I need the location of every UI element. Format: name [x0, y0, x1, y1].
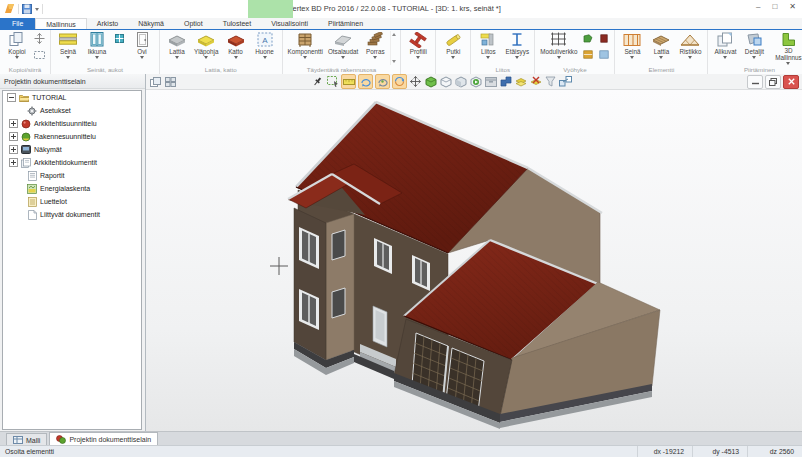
tab-file[interactable]: File [0, 18, 35, 29]
mdi-minimize-button[interactable] [747, 75, 763, 89]
layers-icon[interactable] [514, 75, 527, 88]
seina-button[interactable]: Seinä [54, 31, 82, 59]
moduliverkko-button[interactable]: Moduliverkko [538, 31, 579, 59]
mdi-restore-button[interactable] [765, 75, 781, 89]
tree-item-raportit[interactable]: Raportit [3, 169, 141, 182]
app-window: { "window": { "title": "Vertex BD Pro 20… [0, 0, 802, 457]
tab-tulosteet[interactable]: Tulosteet [213, 18, 262, 29]
rotate-free-icon[interactable] [392, 74, 407, 89]
rotate-y-icon[interactable] [375, 74, 390, 89]
ribbon-group-elementti: Seinä Lattia Ristikko Elementti [615, 30, 708, 75]
tree-item-luettelot[interactable]: Luettelot [3, 195, 141, 208]
tree-item-arkkitehtidokumentit[interactable]: Arkkitehtidokumentit [3, 156, 141, 169]
window-grid-icon[interactable] [113, 32, 126, 45]
archive-icon[interactable] [484, 75, 497, 88]
ribbon-group-putki: Putki [436, 30, 471, 75]
tab-nakyma[interactable]: Näkymä [128, 18, 174, 29]
solid-cube-icon[interactable] [454, 75, 467, 88]
save-icon[interactable] [22, 4, 32, 15]
qat-dropdown-icon[interactable] [35, 8, 39, 11]
expand-icon[interactable] [9, 145, 18, 154]
front-door [373, 306, 387, 347]
joint-icon [480, 31, 496, 48]
gear-icon [27, 106, 37, 116]
viewport-toolbar [146, 74, 802, 90]
komponentti-button[interactable]: Komponentti [286, 31, 325, 59]
pipe-icon [444, 31, 462, 48]
porras-button[interactable]: Porras [361, 31, 389, 59]
measure-icon[interactable] [341, 74, 356, 89]
zone-green-icon[interactable] [581, 32, 594, 45]
tab-piirtaminen[interactable]: Piirtäminen [318, 18, 373, 29]
expand-icon[interactable] [9, 119, 18, 128]
quick-access-toolbar [0, 3, 43, 15]
tab-mallinnus[interactable]: Mallinnus [35, 18, 87, 29]
ribbon-group-piirtaminen: Alikuvat Detaljit 3D Mallinnus Piirtämin… [708, 30, 802, 75]
ovi-button[interactable]: Ovi [128, 31, 156, 59]
tile-windows-icon[interactable] [164, 75, 177, 88]
3d-mallinnus-button[interactable]: 3D Mallinnus [769, 31, 802, 65]
zone-red-icon[interactable] [597, 32, 610, 45]
3d-canvas[interactable] [146, 90, 802, 432]
link-view-icon[interactable] [559, 75, 572, 88]
tree-item-nakymat[interactable]: Näkymät [3, 143, 141, 156]
ikkuna-button[interactable]: Ikkuna [83, 31, 111, 59]
detaljit-button[interactable]: Detaljit [740, 31, 768, 59]
putki-button[interactable]: Putki [439, 31, 467, 59]
lattia-button[interactable]: Lattia [163, 31, 191, 59]
etaisyys-button[interactable]: Etäisyys [503, 31, 531, 59]
minimize-button[interactable]: – [756, 2, 760, 12]
pan-icon[interactable] [409, 75, 422, 88]
zone-yellow-icon[interactable] [581, 48, 594, 61]
cascade-windows-icon[interactable] [149, 75, 162, 88]
scroll-up-icon[interactable] [392, 33, 396, 36]
tree-item-rakennesuunnittelu[interactable]: Rakennesuunnittelu [3, 130, 141, 143]
floor-slab-icon [167, 31, 187, 48]
tree-item-arkkitehtisuunnittelu[interactable]: Arkkitehtisuunnittelu [3, 117, 141, 130]
zone-blue-icon[interactable] [597, 48, 610, 61]
profiili-button[interactable]: Profiili [404, 31, 432, 59]
ylapohja-button[interactable]: Yläpohja [192, 31, 221, 59]
shaded-view-icon[interactable] [424, 75, 437, 88]
ribbon-group-profiili: Profiili [401, 30, 436, 75]
tree-item-asetukset[interactable]: Asetukset [3, 104, 141, 117]
3d-model-icon [780, 31, 796, 48]
tab-projektin-dokumenttiselain[interactable]: Projektin dokumenttiselain [49, 432, 158, 446]
expand-icon[interactable] [9, 158, 18, 167]
pin-icon[interactable] [311, 75, 324, 88]
otsalaudat-button[interactable]: Otsalaudat [326, 31, 360, 59]
project-tree: TUTORIAL Asetukset Arkkitehtisuunnittelu [2, 90, 142, 430]
move-icon[interactable] [33, 32, 46, 45]
layer-off-icon[interactable] [529, 75, 542, 88]
mdi-close-button[interactable] [783, 75, 799, 89]
kopioi-button[interactable]: Kopioi [3, 31, 31, 59]
ristikko-button[interactable]: Ristikko [676, 31, 704, 59]
tab-arkisto[interactable]: Arkisto [87, 18, 128, 29]
collapse-icon[interactable] [7, 93, 16, 102]
expand-icon[interactable] [9, 132, 18, 141]
marquee-icon[interactable] [33, 48, 46, 61]
filter-icon[interactable] [544, 75, 557, 88]
liitos-button[interactable]: Liitos [474, 31, 502, 59]
tree-item-energialaskenta[interactable]: Energialaskenta [3, 182, 141, 195]
huone-button[interactable]: A Huone [251, 31, 279, 59]
elementti-seina-button[interactable]: Seinä [618, 31, 646, 59]
play-cube-icon[interactable] [469, 75, 482, 88]
maximize-button[interactable]: □ [772, 2, 777, 12]
tree-item-tutorial[interactable]: TUTORIAL [3, 91, 141, 104]
scroll-down-icon[interactable] [392, 60, 396, 63]
tree-item-liittyvat-dokumentit[interactable]: Liittyvät dokumentit [3, 208, 141, 221]
tab-visualisointi[interactable]: Visualisointi [261, 18, 318, 29]
tab-optiot[interactable]: Optiot [174, 18, 213, 29]
section-icon[interactable] [499, 75, 512, 88]
wireframe-cube-icon[interactable] [439, 75, 452, 88]
katto-button[interactable]: Katto [222, 31, 250, 59]
select-icon[interactable] [326, 75, 339, 88]
elementti-lattia-button[interactable]: Lattia [647, 31, 675, 59]
rotate-x-icon[interactable] [358, 74, 373, 89]
close-button[interactable]: ✕ [789, 2, 796, 12]
gallery-scroll[interactable] [390, 31, 397, 65]
alikuvat-button[interactable]: Alikuvat [711, 31, 739, 59]
svg-text:A: A [262, 36, 268, 45]
vertex-logo-icon[interactable] [4, 3, 15, 15]
